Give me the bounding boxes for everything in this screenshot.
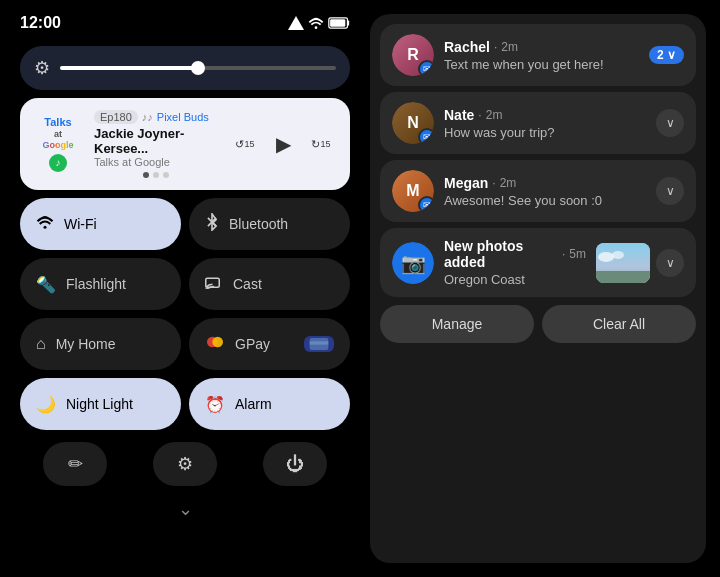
status-time: 12:00	[20, 14, 61, 32]
media-forward-button[interactable]: ↻ 15	[306, 129, 336, 159]
flashlight-label: Flashlight	[66, 276, 126, 292]
gpay-icon	[205, 335, 225, 353]
megan-expand[interactable]: ∨	[656, 177, 684, 205]
media-controls[interactable]: ↺ 15 ▶ ↻ 15	[230, 129, 336, 159]
episode-id: Ep180	[94, 110, 138, 124]
svg-rect-11	[310, 341, 329, 344]
notification-nate: N ✉ Nate · 2m How was your trip? ∨	[380, 92, 696, 154]
nightlight-label: Night Light	[66, 396, 133, 412]
nate-content: Nate · 2m How was your trip?	[444, 107, 646, 140]
wifi-label: Wi-Fi	[64, 216, 97, 232]
message-app-badge: ✉	[418, 60, 434, 76]
photos-name: New photos added	[444, 238, 558, 270]
toggle-wifi[interactable]: Wi-Fi	[20, 198, 181, 250]
signal-icon	[288, 16, 304, 30]
battery-status-icon	[328, 17, 350, 29]
media-logo: Talks at Google ♪	[34, 116, 82, 173]
toggle-alarm[interactable]: ⏰ Alarm	[189, 378, 350, 430]
message-count-badge: 2 ∨	[649, 46, 684, 64]
nate-chevron[interactable]: ∨	[656, 109, 684, 137]
photos-action[interactable]: ∨	[596, 243, 684, 283]
media-progress-dots	[94, 172, 218, 178]
home-icon: ⌂	[36, 335, 46, 353]
edit-button[interactable]: ✏	[43, 442, 107, 486]
nate-time: 2m	[486, 108, 503, 122]
message-app-badge-megan: ✉	[418, 196, 434, 212]
media-show: Talks at Google	[94, 156, 218, 168]
cast-icon	[205, 275, 223, 293]
media-card: Talks at Google ♪ Ep180 ♪♪ Pixel Buds Ja…	[20, 98, 350, 190]
rachel-content: Rachel · 2m Text me when you get here!	[444, 39, 639, 72]
photo-thumbnail	[596, 243, 650, 283]
brightness-slider-container[interactable]: ⚙	[20, 46, 350, 90]
brightness-fill	[60, 66, 198, 70]
left-panel: 12:00 ⚙ Talks	[0, 0, 370, 577]
megan-message: Awesome! See you soon :0	[444, 193, 646, 208]
flashlight-icon: 🔦	[36, 275, 56, 294]
bottom-bar: ✏ ⚙ ⏻	[20, 442, 350, 486]
brightness-icon: ⚙	[34, 57, 50, 79]
svg-point-9	[212, 337, 223, 348]
rachel-time-val: 2m	[501, 40, 518, 54]
pixel-buds-badge: Pixel Buds	[157, 111, 209, 123]
wifi-icon	[36, 215, 54, 233]
photos-time: 5m	[569, 247, 586, 261]
notification-actions: Manage Clear All	[380, 305, 696, 343]
toggles-grid: Wi-Fi Bluetooth 🔦 Flashlight	[20, 198, 350, 430]
nate-message: How was your trip?	[444, 125, 646, 140]
toggle-flashlight[interactable]: 🔦 Flashlight	[20, 258, 181, 310]
toggle-bluetooth[interactable]: Bluetooth	[189, 198, 350, 250]
brightness-track[interactable]	[60, 66, 336, 70]
media-badge-row: Ep180 ♪♪ Pixel Buds	[94, 110, 218, 124]
cast-label: Cast	[233, 276, 262, 292]
svg-marker-0	[288, 16, 304, 30]
gpay-card-indicator	[304, 336, 334, 352]
svg-point-1	[315, 26, 318, 29]
nate-avatar: N ✉	[392, 102, 434, 144]
toggle-nightlight[interactable]: 🌙 Night Light	[20, 378, 181, 430]
megan-content: Megan · 2m Awesome! See you soon :0	[444, 175, 646, 208]
svg-point-13	[598, 252, 614, 262]
expand-chevron[interactable]: ⌄	[20, 494, 350, 524]
bluetooth-label: Bluetooth	[229, 216, 288, 232]
power-button[interactable]: ⏻	[263, 442, 327, 486]
nate-name: Nate	[444, 107, 474, 123]
photos-message: Oregon Coast	[444, 272, 586, 287]
moon-icon: 🌙	[36, 395, 56, 414]
photos-avatar: 📷	[392, 242, 434, 284]
svg-rect-15	[596, 271, 650, 283]
rachel-action[interactable]: 2 ∨	[649, 46, 684, 64]
megan-chevron[interactable]: ∨	[656, 177, 684, 205]
toggle-gpay[interactable]: GPay	[189, 318, 350, 370]
photos-content: New photos added · 5m Oregon Coast	[444, 238, 586, 287]
notification-photos: 📷 New photos added · 5m Oregon Coast	[380, 228, 696, 297]
settings-button[interactable]: ⚙	[153, 442, 217, 486]
status-icons	[288, 16, 350, 30]
rachel-avatar: R ✉	[392, 34, 434, 76]
megan-avatar: M ✉	[392, 170, 434, 212]
media-rewind-button[interactable]: ↺ 15	[230, 129, 260, 159]
megan-time: 2m	[500, 176, 517, 190]
media-play-button[interactable]: ▶	[268, 129, 298, 159]
bluetooth-icon	[205, 213, 219, 235]
alarm-label: Alarm	[235, 396, 272, 412]
myhome-label: My Home	[56, 336, 116, 352]
media-guest: Jackie Joyner-Kersee...	[94, 126, 218, 156]
megan-name: Megan	[444, 175, 488, 191]
svg-point-14	[612, 251, 624, 259]
toggle-myhome[interactable]: ⌂ My Home	[20, 318, 181, 370]
toggle-cast[interactable]: Cast	[189, 258, 350, 310]
status-bar: 12:00	[20, 10, 350, 38]
manage-button[interactable]: Manage	[380, 305, 534, 343]
message-app-badge-nate: ✉	[418, 128, 434, 144]
rachel-message: Text me when you get here!	[444, 57, 639, 72]
spotify-icon: ♪	[49, 154, 67, 172]
svg-rect-3	[347, 20, 349, 25]
rachel-name: Rachel	[444, 39, 490, 55]
gpay-label: GPay	[235, 336, 270, 352]
brightness-thumb[interactable]	[191, 61, 205, 75]
right-panel: R ✉ Rachel · 2m Text me when you get her…	[370, 14, 706, 563]
nate-expand[interactable]: ∨	[656, 109, 684, 137]
clear-all-button[interactable]: Clear All	[542, 305, 696, 343]
photos-chevron[interactable]: ∨	[656, 249, 684, 277]
